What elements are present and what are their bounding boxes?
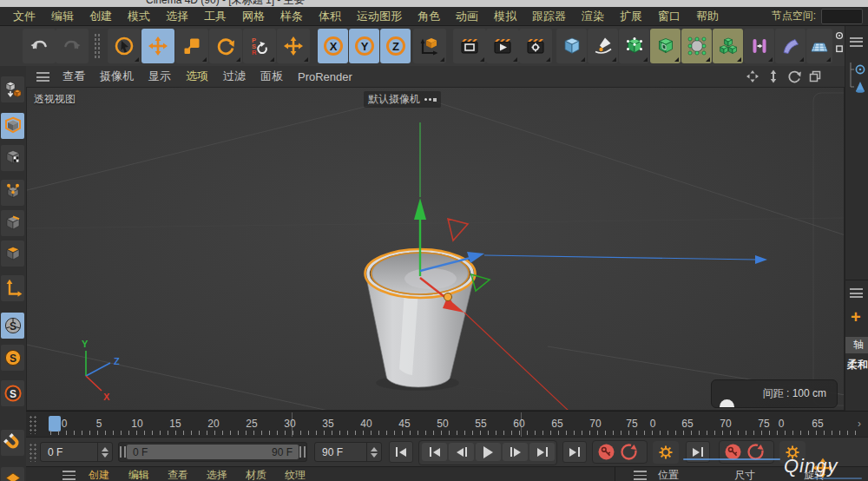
extrude-generator-button[interactable] — [650, 29, 681, 63]
menu-extensions[interactable]: 扩展 — [612, 9, 650, 24]
volume-builder-button[interactable] — [713, 29, 743, 63]
vp-menu-panel[interactable]: 面板 — [253, 69, 290, 84]
vp-menu-filter[interactable]: 过滤 — [216, 69, 253, 84]
polygons-mode-button[interactable] — [1, 240, 24, 267]
snap-settings-button[interactable]: S — [1, 380, 24, 406]
goto-end-button[interactable] — [562, 441, 587, 463]
vp-menu-prorender[interactable]: ProRender — [291, 70, 359, 83]
autokey-button[interactable] — [620, 443, 638, 461]
object-item-light[interactable] — [856, 82, 865, 93]
menu-animate[interactable]: 动画 — [448, 9, 486, 24]
goto-start-button[interactable] — [389, 441, 413, 463]
material-menu-material[interactable]: 材质 — [246, 468, 266, 481]
render-picture-viewer-button[interactable] — [486, 29, 519, 63]
lock-y-button[interactable]: Y — [349, 29, 379, 63]
menu-character[interactable]: 角色 — [410, 9, 448, 24]
object-item-camera[interactable] — [856, 65, 864, 73]
spline-pen-button[interactable] — [588, 29, 618, 63]
ruler-scroll-arrow[interactable]: › — [858, 418, 861, 430]
current-frame-spinner[interactable]: 0 F — [40, 442, 113, 462]
material-menu-edit[interactable]: 编辑 — [128, 468, 149, 481]
redo-button[interactable] — [56, 29, 89, 63]
toolbar-grip[interactable] — [94, 33, 102, 59]
ffd-deformer-button[interactable] — [681, 29, 712, 63]
coordinate-menu-icon[interactable] — [634, 471, 647, 480]
menu-volume[interactable]: 体积 — [311, 9, 349, 24]
node-space-dropdown[interactable] — [821, 9, 863, 24]
rotate-view-icon[interactable] — [787, 69, 801, 83]
timeline-playhead[interactable] — [49, 416, 61, 432]
menu-select[interactable]: 选择 — [158, 9, 196, 24]
move-tool-button[interactable] — [141, 29, 174, 63]
material-menu-select[interactable]: 选择 — [207, 468, 227, 481]
menu-window[interactable]: 窗口 — [650, 9, 688, 24]
goto-end-button-artifact[interactable] — [686, 441, 710, 463]
previous-frame-button[interactable] — [449, 443, 474, 461]
next-frame-button[interactable] — [503, 443, 528, 461]
workplane-button[interactable] — [1, 467, 24, 481]
menu-simulate[interactable]: 模拟 — [486, 9, 524, 24]
material-menu-create[interactable]: 创建 — [89, 468, 109, 481]
vp-menu-cameras[interactable]: 摄像机 — [93, 69, 141, 84]
menu-file[interactable]: 文件 — [5, 9, 43, 24]
scale-tool-button[interactable] — [175, 29, 208, 63]
render-view-button[interactable] — [453, 29, 486, 63]
preview-range-slider[interactable]: 0 F 90 F — [118, 442, 307, 462]
range-start-grip[interactable] — [120, 446, 126, 458]
menu-mograph[interactable]: 运动图形 — [349, 9, 410, 24]
menu-edit[interactable]: 编辑 — [43, 9, 82, 24]
menu-render[interactable]: 渲染 — [574, 9, 612, 24]
edges-mode-button[interactable] — [1, 210, 24, 236]
undo-button[interactable] — [23, 29, 56, 63]
3d-viewport[interactable]: Y Z X 透视视图 默认摄像机 间距 : 100 cm — [26, 87, 845, 411]
maximize-view-icon[interactable] — [808, 69, 822, 83]
material-menu-icon[interactable] — [62, 471, 76, 480]
attribute-manager-menu-icon[interactable] — [850, 288, 863, 298]
keyframe-settings-button[interactable] — [653, 441, 679, 464]
autokey-button[interactable] — [746, 443, 765, 461]
rotate-tool-button[interactable] — [209, 29, 242, 63]
model-mode-button[interactable] — [1, 113, 24, 139]
timeline-ruler[interactable]: 0 5 10 15 20 25 30 35 40 45 50 55 60 65 … — [26, 411, 868, 438]
bend-deformer-button[interactable] — [775, 29, 806, 63]
axis-mode-button[interactable] — [1, 275, 24, 301]
pan-view-icon[interactable] — [746, 69, 760, 83]
vp-menu-display[interactable]: 显示 — [141, 69, 178, 84]
menu-tracker[interactable]: 跟踪器 — [524, 9, 574, 24]
mograph-button[interactable] — [744, 29, 774, 63]
ruler-grip[interactable] — [29, 415, 37, 434]
viewport-menu-icon[interactable] — [36, 72, 49, 82]
material-menu-view[interactable]: 查看 — [168, 468, 188, 481]
menu-help[interactable]: 帮助 — [688, 9, 727, 24]
transport-grip[interactable] — [29, 443, 37, 462]
record-keyframe-button[interactable] — [597, 443, 615, 461]
spinner-arrows-icon[interactable] — [97, 443, 112, 461]
menu-mode[interactable]: 模式 — [120, 9, 158, 24]
axis-tab[interactable]: 轴 — [845, 337, 868, 353]
previous-key-button[interactable] — [422, 443, 447, 461]
range-bar[interactable]: 0 F 90 F — [127, 445, 299, 459]
spinner-arrows-icon[interactable] — [366, 443, 381, 461]
scene-nodes-button[interactable] — [834, 30, 845, 56]
add-attribute-icon[interactable]: + — [851, 309, 861, 325]
menu-mesh[interactable]: 网格 — [234, 9, 273, 24]
object-manager-menu-icon[interactable] — [850, 37, 863, 47]
zoom-view-icon[interactable] — [766, 69, 780, 83]
move-tool-repeat-button[interactable] — [277, 29, 310, 63]
menu-spline[interactable]: 样条 — [273, 9, 311, 24]
vp-menu-options[interactable]: 选项 — [179, 69, 215, 84]
menu-tools[interactable]: 工具 — [196, 9, 234, 24]
coordinate-system-button[interactable] — [413, 29, 446, 63]
range-end-grip[interactable] — [299, 446, 306, 458]
cube-primitive-button[interactable] — [556, 29, 587, 63]
snap-mode-button[interactable]: S — [1, 345, 24, 371]
last-frame-spinner[interactable]: 90 F — [314, 442, 382, 462]
psr-reset-button[interactable]: PSR — [243, 29, 276, 63]
record-keyframe-button[interactable] — [724, 443, 742, 461]
lock-x-button[interactable]: X — [318, 29, 348, 63]
enable-snap-button[interactable]: S — [1, 313, 24, 339]
texture-mode-button[interactable] — [1, 145, 24, 171]
magnet-tool-button[interactable] — [1, 430, 24, 456]
next-key-button[interactable] — [529, 443, 555, 461]
material-menu-texture[interactable]: 纹理 — [285, 468, 306, 481]
